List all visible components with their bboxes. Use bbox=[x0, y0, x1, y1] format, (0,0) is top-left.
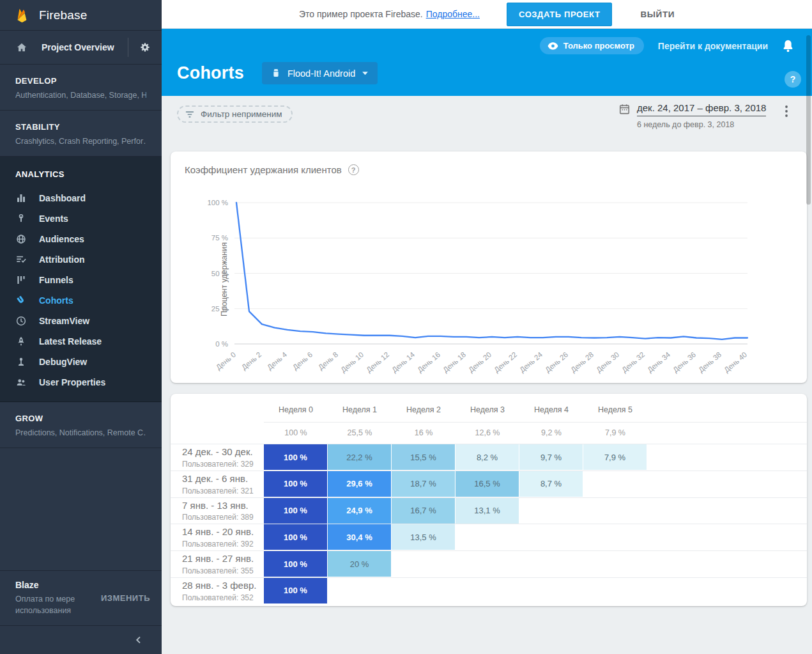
retention-cell[interactable]: 18,7 % bbox=[392, 471, 455, 497]
retention-cell[interactable]: 100 % bbox=[264, 551, 327, 577]
project-overview-row: Project Overview bbox=[0, 31, 162, 65]
retention-cell[interactable]: 16,5 % bbox=[456, 471, 519, 497]
retention-cell[interactable]: 16,7 % bbox=[392, 498, 455, 524]
retention-cell[interactable]: 9,7 % bbox=[519, 444, 583, 470]
sidebar-section-analytics: ANALYTICS DashboardEventsAudiencesAttrib… bbox=[0, 157, 162, 402]
svg-text:День 8: День 8 bbox=[317, 350, 339, 371]
section-subtitle: Crashlytics, Crash Reporting, Perfor… bbox=[15, 137, 146, 146]
plan-modify-button[interactable]: ИЗМЕНИТЬ bbox=[101, 593, 150, 603]
sidebar-item-dashboard[interactable]: Dashboard bbox=[0, 188, 162, 208]
globe-icon bbox=[15, 233, 27, 245]
week-column-header: Неделя 5 bbox=[583, 399, 647, 422]
svg-text:День 34: День 34 bbox=[646, 350, 672, 374]
sidebar-collapse-bar bbox=[0, 625, 162, 654]
date-range-subtitle: 6 недель до февр. 3, 2018 bbox=[637, 120, 766, 129]
svg-text:День 20: День 20 bbox=[467, 350, 493, 374]
retention-cell-empty bbox=[583, 471, 647, 497]
docs-link[interactable]: Перейти к документации bbox=[658, 41, 768, 51]
cohort-users-count: Пользователей: 355 bbox=[182, 566, 257, 575]
retention-cell[interactable]: 8,2 % bbox=[456, 444, 519, 470]
svg-text:День 18: День 18 bbox=[441, 350, 467, 374]
retention-cell[interactable]: 100 % bbox=[264, 578, 327, 603]
sidebar-item-debugview[interactable]: DebugView bbox=[0, 352, 162, 372]
retention-cell[interactable]: 100 % bbox=[264, 498, 327, 524]
app-selector[interactable]: Flood-It! Android bbox=[262, 62, 378, 84]
signout-button[interactable]: ВЫЙТИ bbox=[640, 10, 675, 19]
svg-text:День 2: День 2 bbox=[240, 350, 263, 371]
learn-more-link[interactable]: Подробнее... bbox=[426, 9, 480, 19]
retention-cell[interactable]: 13,5 % bbox=[392, 524, 455, 550]
sidebar-item-latest-release[interactable]: Latest Release bbox=[0, 331, 162, 352]
sidebar-section-stability[interactable]: STABILITY Crashlytics, Crash Reporting, … bbox=[0, 111, 162, 157]
retention-cell[interactable]: 7,9 % bbox=[583, 444, 647, 470]
svg-text:День 26: День 26 bbox=[544, 350, 569, 374]
retention-cell[interactable]: 20 % bbox=[328, 551, 391, 577]
kebab-menu-icon[interactable] bbox=[780, 104, 793, 119]
page-scrollbar[interactable] bbox=[806, 35, 811, 205]
create-project-button[interactable]: СОЗДАТЬ ПРОЕКТ bbox=[507, 3, 612, 26]
svg-text:День 40: День 40 bbox=[723, 350, 748, 374]
bell-icon[interactable] bbox=[782, 39, 794, 52]
retention-cell[interactable]: 15,5 % bbox=[392, 444, 455, 470]
app-selector-label: Flood-It! Android bbox=[287, 68, 355, 79]
sidebar-item-label: Latest Release bbox=[39, 336, 102, 346]
date-range-picker[interactable]: дек. 24, 2017 – февр. 3, 2018 bbox=[637, 102, 766, 116]
svg-text:100 %: 100 % bbox=[207, 199, 228, 206]
firebase-brand[interactable]: Firebase bbox=[0, 0, 162, 31]
week-column-header: Неделя 3 bbox=[456, 399, 519, 422]
gear-icon[interactable] bbox=[128, 41, 162, 54]
retention-cell[interactable]: 29,6 % bbox=[328, 471, 391, 497]
retention-cell[interactable]: 100 % bbox=[264, 471, 327, 497]
chevron-left-icon[interactable] bbox=[134, 635, 144, 645]
cohort-label: 24 дек. - 30 дек.Пользователей: 329 bbox=[171, 444, 264, 471]
chart-help-icon[interactable]: ? bbox=[348, 164, 359, 175]
filter-chip[interactable]: Фильтр неприменим bbox=[177, 105, 293, 123]
sidebar-section-develop[interactable]: DEVELOP Authentication, Database, Storag… bbox=[0, 65, 162, 111]
plan-name: Blaze bbox=[15, 580, 101, 590]
cohort-date-range: 21 янв. - 27 янв. bbox=[182, 553, 257, 565]
cohort-label: 31 дек. - 6 янв.Пользователей: 321 bbox=[171, 471, 264, 497]
week-column-header: Неделя 1 bbox=[328, 399, 392, 422]
sidebar-item-funnels[interactable]: Funnels bbox=[0, 270, 162, 290]
table-row: 21 янв. - 27 янв.Пользователей: 355100 %… bbox=[171, 550, 807, 577]
retention-cell[interactable]: 30,4 % bbox=[328, 524, 391, 550]
retention-cell[interactable]: 13,1 % bbox=[456, 498, 519, 524]
sidebar-section-grow[interactable]: GROW Predictions, Notifications, Remote … bbox=[0, 402, 162, 448]
svg-text:День 12: День 12 bbox=[365, 350, 390, 374]
cohort-users-count: Пользователей: 352 bbox=[182, 593, 257, 602]
section-title: ANALYTICS bbox=[0, 169, 162, 179]
sidebar-item-label: Audiences bbox=[39, 234, 84, 244]
sidebar-item-streamview[interactable]: StreamView bbox=[0, 311, 162, 331]
sidebar-item-attribution[interactable]: Attribution bbox=[0, 249, 162, 270]
sidebar-item-cohorts[interactable]: Cohorts bbox=[0, 290, 162, 311]
retention-cell-empty bbox=[583, 578, 647, 603]
retention-cell[interactable]: 8,7 % bbox=[519, 471, 583, 497]
retention-cell[interactable]: 24,9 % bbox=[328, 498, 391, 524]
eye-icon bbox=[548, 42, 558, 50]
svg-text:День 4: День 4 bbox=[266, 350, 289, 371]
cohort-label: 7 янв. - 13 янв.Пользователей: 389 bbox=[171, 498, 264, 524]
sidebar-item-project-overview[interactable]: Project Overview bbox=[42, 42, 128, 52]
sidebar-item-audiences[interactable]: Audiences bbox=[0, 229, 162, 249]
table-row: 14 янв. - 20 янв.Пользователей: 392100 %… bbox=[171, 524, 807, 550]
sidebar-item-label: Dashboard bbox=[39, 193, 86, 203]
help-button[interactable]: ? bbox=[785, 71, 801, 88]
retention-cell[interactable]: 100 % bbox=[264, 444, 327, 470]
table-row: 31 дек. - 6 янв.Пользователей: 321100 %2… bbox=[171, 471, 807, 497]
svg-text:0 %: 0 % bbox=[215, 340, 228, 348]
sidebar-item-user-properties[interactable]: User Properties bbox=[0, 372, 162, 393]
svg-text:День 0: День 0 bbox=[215, 350, 237, 371]
sidebar-item-events[interactable]: Events bbox=[0, 208, 162, 229]
section-subtitle: Authentication, Database, Storage, H… bbox=[15, 91, 146, 100]
retention-cell[interactable]: 22,2 % bbox=[328, 444, 391, 470]
svg-text:День 6: День 6 bbox=[291, 350, 314, 371]
view-only-label: Только просмотр bbox=[563, 41, 634, 51]
android-icon bbox=[271, 68, 281, 79]
svg-text:75 %: 75 % bbox=[211, 234, 228, 242]
cohort-date-range: 14 янв. - 20 янв. bbox=[182, 526, 257, 538]
week-summary-value: 25,5 % bbox=[328, 423, 392, 444]
cohort-date-range: 31 дек. - 6 янв. bbox=[182, 473, 257, 485]
retention-cell-empty bbox=[456, 524, 519, 550]
retention-cell-empty bbox=[392, 578, 455, 603]
retention-cell[interactable]: 100 % bbox=[264, 524, 327, 550]
